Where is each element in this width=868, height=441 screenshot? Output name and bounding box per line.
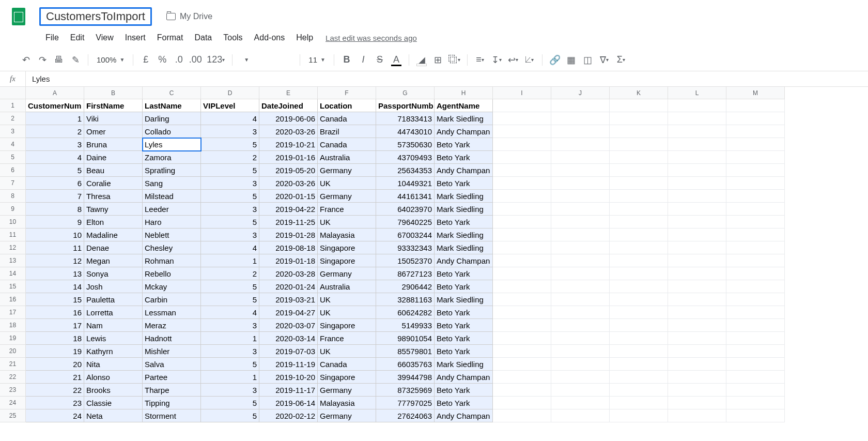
text-color-button[interactable]: A xyxy=(389,53,404,67)
data-cell[interactable] xyxy=(493,241,551,254)
data-cell[interactable]: 85579801 xyxy=(376,345,435,358)
data-cell[interactable]: 4 xyxy=(201,241,259,254)
insert-comment-button[interactable]: ▦ xyxy=(564,53,579,67)
data-cell[interactable]: Mark Siedling xyxy=(435,203,493,216)
data-cell[interactable] xyxy=(610,254,668,267)
data-cell[interactable]: 2 xyxy=(201,151,259,164)
data-cell[interactable] xyxy=(668,164,726,177)
data-cell[interactable] xyxy=(668,229,726,241)
row-header[interactable]: 5 xyxy=(0,151,26,164)
col-header-K[interactable]: K xyxy=(610,87,668,99)
data-cell[interactable] xyxy=(726,190,785,203)
data-cell[interactable]: 77797025 xyxy=(376,397,435,409)
col-header-M[interactable]: M xyxy=(726,87,785,99)
data-cell[interactable]: 17 xyxy=(26,319,84,332)
data-cell[interactable] xyxy=(668,112,726,125)
data-cells[interactable]: CustomerNumFirstNameLastNameVIPLevelDate… xyxy=(26,99,785,422)
data-cell[interactable] xyxy=(610,138,668,151)
data-cell[interactable]: 2 xyxy=(201,267,259,280)
data-cell[interactable] xyxy=(668,254,726,267)
data-cell[interactable] xyxy=(493,203,551,216)
data-cell[interactable]: 2019-10-20 xyxy=(259,371,318,384)
data-cell[interactable]: 2020-02-12 xyxy=(259,409,318,422)
data-cell[interactable] xyxy=(551,190,610,203)
menu-insert[interactable]: Insert xyxy=(120,31,151,44)
data-cell[interactable]: 10 xyxy=(26,229,84,241)
data-cell[interactable]: 7 xyxy=(26,190,84,203)
zoom-select[interactable]: 100%▼ xyxy=(94,55,128,64)
data-cell[interactable] xyxy=(668,358,726,371)
data-cell[interactable]: 2906442 xyxy=(376,280,435,293)
data-cell[interactable] xyxy=(610,306,668,319)
data-cell[interactable]: Singapore xyxy=(318,254,376,267)
data-cell[interactable]: Josh xyxy=(84,280,143,293)
data-cell[interactable]: Bruna xyxy=(84,138,143,151)
data-cell[interactable]: Mark Siedling xyxy=(435,229,493,241)
data-cell[interactable]: 3 xyxy=(201,203,259,216)
row-header[interactable]: 11 xyxy=(0,229,26,241)
data-cell[interactable]: 5 xyxy=(201,216,259,229)
data-cell[interactable] xyxy=(610,319,668,332)
row-header[interactable]: 17 xyxy=(0,306,26,319)
data-cell[interactable]: 2019-01-16 xyxy=(259,151,318,164)
row-header[interactable]: 12 xyxy=(0,241,26,254)
data-cell[interactable] xyxy=(493,280,551,293)
menu-help[interactable]: Help xyxy=(291,31,318,44)
format-currency-button[interactable]: £ xyxy=(138,53,153,67)
data-cell[interactable] xyxy=(493,293,551,306)
data-cell[interactable]: Mishler xyxy=(143,345,201,358)
row-header[interactable]: 23 xyxy=(0,384,26,397)
row-header[interactable]: 8 xyxy=(0,190,26,203)
merge-cells-button[interactable]: ⿻▾ xyxy=(447,53,462,67)
data-cell[interactable] xyxy=(610,293,668,306)
doc-title-input[interactable]: CustomersToImport xyxy=(39,7,152,26)
row-header[interactable]: 25 xyxy=(0,409,26,422)
data-cell[interactable] xyxy=(551,319,610,332)
functions-button[interactable]: Σ▾ xyxy=(614,53,628,67)
redo-button[interactable]: ↷ xyxy=(35,53,50,67)
data-cell[interactable]: 71833413 xyxy=(376,112,435,125)
data-cell[interactable]: 2020-01-24 xyxy=(259,280,318,293)
data-cell[interactable]: 5 xyxy=(201,397,259,409)
data-cell[interactable]: France xyxy=(318,332,376,345)
data-cell[interactable]: 2019-01-28 xyxy=(259,229,318,241)
data-cell[interactable]: Mark Siedling xyxy=(435,358,493,371)
data-cell[interactable] xyxy=(493,229,551,241)
data-cell[interactable]: Malayasia xyxy=(318,229,376,241)
data-cell[interactable]: Pauletta xyxy=(84,293,143,306)
data-cell[interactable]: 2019-06-06 xyxy=(259,112,318,125)
data-cell[interactable]: Madaline xyxy=(84,229,143,241)
data-cell[interactable] xyxy=(493,397,551,409)
data-cell[interactable] xyxy=(726,397,785,409)
data-cell[interactable] xyxy=(726,112,785,125)
data-cell[interactable]: 11 xyxy=(26,241,84,254)
data-cell[interactable] xyxy=(726,384,785,397)
data-cell[interactable] xyxy=(551,384,610,397)
data-cell[interactable] xyxy=(668,371,726,384)
data-cell[interactable] xyxy=(493,177,551,190)
row-header[interactable]: 1 xyxy=(0,99,26,112)
menu-view[interactable]: View xyxy=(90,31,118,44)
data-cell[interactable]: 2019-11-17 xyxy=(259,384,318,397)
data-cell[interactable]: Chesley xyxy=(143,241,201,254)
font-select[interactable]: ▼ xyxy=(238,57,295,63)
row-header[interactable]: 10 xyxy=(0,216,26,229)
data-cell[interactable] xyxy=(610,358,668,371)
data-cell[interactable]: Beto Yark xyxy=(435,384,493,397)
menu-add-ons[interactable]: Add-ons xyxy=(249,31,290,44)
data-cell[interactable]: Beto Yark xyxy=(435,345,493,358)
data-cell[interactable]: 2020-01-15 xyxy=(259,190,318,203)
header-cell[interactable]: DateJoined xyxy=(259,99,318,112)
row-header[interactable]: 21 xyxy=(0,358,26,371)
data-cell[interactable]: 21 xyxy=(26,371,84,384)
data-cell[interactable]: Mark Siedling xyxy=(435,112,493,125)
data-cell[interactable] xyxy=(610,164,668,177)
data-cell[interactable]: Nita xyxy=(84,358,143,371)
data-cell[interactable] xyxy=(493,384,551,397)
data-cell[interactable] xyxy=(493,267,551,280)
data-cell[interactable]: Mark Siedling xyxy=(435,190,493,203)
data-cell[interactable]: Megan xyxy=(84,254,143,267)
data-cell[interactable] xyxy=(551,229,610,241)
data-cell[interactable]: 15 xyxy=(26,293,84,306)
data-cell[interactable]: 27624063 xyxy=(376,409,435,422)
